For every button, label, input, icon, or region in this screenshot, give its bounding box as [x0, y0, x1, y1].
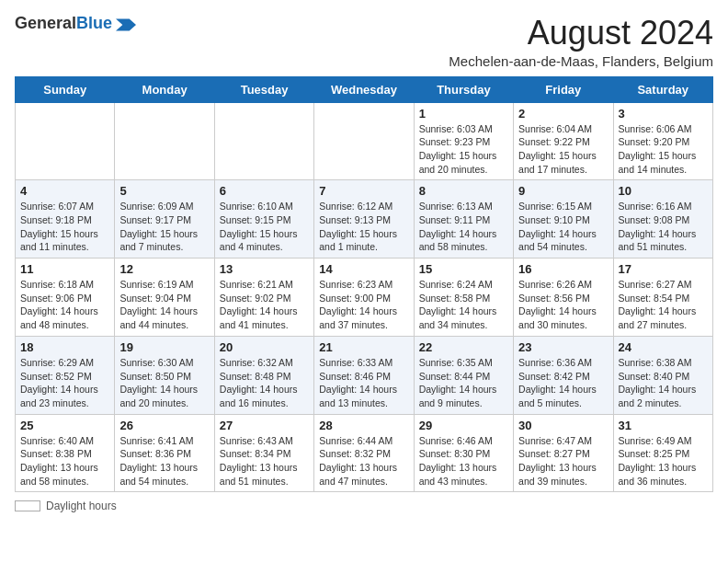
day-number: 4: [20, 184, 109, 198]
page-header: GeneralBlue August 2024 Mechelen-aan-de-…: [15, 15, 713, 69]
calendar-table: SundayMondayTuesdayWednesdayThursdayFrid…: [15, 76, 713, 493]
day-number: 16: [518, 262, 608, 276]
day-cell: 6Sunrise: 6:10 AMSunset: 9:15 PMDaylight…: [214, 180, 313, 259]
day-info: Sunrise: 6:38 AMSunset: 8:40 PMDaylight:…: [619, 356, 708, 410]
day-info: Sunrise: 6:10 AMSunset: 9:15 PMDaylight:…: [220, 200, 309, 254]
day-cell: 30Sunrise: 6:47 AMSunset: 8:27 PMDayligh…: [514, 414, 613, 492]
day-info: Sunrise: 6:16 AMSunset: 9:08 PMDaylight:…: [619, 200, 708, 254]
header-tuesday: Tuesday: [214, 76, 313, 102]
day-info: Sunrise: 6:09 AMSunset: 9:17 PMDaylight:…: [119, 200, 209, 254]
day-cell: 5Sunrise: 6:09 AMSunset: 9:17 PMDaylight…: [115, 180, 214, 259]
location-label: Mechelen-aan-de-Maas, Flanders, Belgium: [449, 53, 713, 69]
svg-marker-0: [116, 18, 136, 30]
day-number: 7: [319, 184, 408, 198]
day-number: 12: [119, 262, 209, 276]
daylight-swatch: [15, 500, 40, 511]
day-cell: [16, 102, 115, 180]
day-info: Sunrise: 6:06 AMSunset: 9:20 PMDaylight:…: [619, 122, 708, 177]
header-thursday: Thursday: [414, 76, 513, 102]
day-number: 14: [319, 262, 408, 276]
week-row-1: 1Sunrise: 6:03 AMSunset: 9:23 PMDaylight…: [16, 102, 713, 180]
day-number: 6: [220, 184, 309, 198]
week-row-4: 18Sunrise: 6:29 AMSunset: 8:52 PMDayligh…: [16, 336, 713, 414]
day-cell: [314, 102, 414, 180]
day-info: Sunrise: 6:21 AMSunset: 9:02 PMDaylight:…: [220, 278, 309, 332]
week-row-3: 11Sunrise: 6:18 AMSunset: 9:06 PMDayligh…: [16, 259, 713, 337]
day-cell: 21Sunrise: 6:33 AMSunset: 8:46 PMDayligh…: [314, 336, 414, 414]
day-info: Sunrise: 6:46 AMSunset: 8:30 PMDaylight:…: [419, 434, 508, 488]
header-row: SundayMondayTuesdayWednesdayThursdayFrid…: [16, 76, 713, 102]
day-number: 18: [20, 340, 109, 354]
day-number: 21: [319, 340, 408, 354]
day-number: 26: [119, 419, 209, 432]
day-cell: 12Sunrise: 6:19 AMSunset: 9:04 PMDayligh…: [115, 259, 214, 337]
day-cell: 3Sunrise: 6:06 AMSunset: 9:20 PMDaylight…: [613, 102, 712, 180]
calendar-title: August 2024 Mechelen-aan-de-Maas, Flande…: [449, 15, 713, 69]
footer: Daylight hours: [15, 500, 713, 512]
day-number: 1: [419, 107, 508, 121]
day-cell: 24Sunrise: 6:38 AMSunset: 8:40 PMDayligh…: [613, 336, 712, 414]
day-cell: 23Sunrise: 6:36 AMSunset: 8:42 PMDayligh…: [514, 336, 613, 414]
header-monday: Monday: [115, 76, 214, 102]
day-info: Sunrise: 6:04 AMSunset: 9:22 PMDaylight:…: [518, 122, 608, 177]
day-cell: 15Sunrise: 6:24 AMSunset: 8:58 PMDayligh…: [414, 259, 513, 337]
day-cell: 27Sunrise: 6:43 AMSunset: 8:34 PMDayligh…: [214, 414, 313, 492]
logo: GeneralBlue: [15, 15, 136, 33]
day-cell: 18Sunrise: 6:29 AMSunset: 8:52 PMDayligh…: [16, 336, 115, 414]
day-cell: 11Sunrise: 6:18 AMSunset: 9:06 PMDayligh…: [16, 259, 115, 337]
day-number: 11: [20, 262, 109, 276]
day-number: 15: [419, 262, 508, 276]
day-info: Sunrise: 6:03 AMSunset: 9:23 PMDaylight:…: [419, 122, 508, 177]
day-number: 31: [619, 419, 708, 432]
day-number: 5: [119, 184, 209, 198]
day-info: Sunrise: 6:12 AMSunset: 9:13 PMDaylight:…: [319, 200, 408, 254]
day-cell: 9Sunrise: 6:15 AMSunset: 9:10 PMDaylight…: [514, 180, 613, 259]
day-info: Sunrise: 6:23 AMSunset: 9:00 PMDaylight:…: [319, 278, 408, 332]
day-number: 10: [619, 184, 708, 198]
day-number: 27: [220, 419, 309, 432]
day-number: 9: [518, 184, 608, 198]
header-wednesday: Wednesday: [314, 76, 414, 102]
week-row-2: 4Sunrise: 6:07 AMSunset: 9:18 PMDaylight…: [16, 180, 713, 259]
day-number: 24: [619, 340, 708, 354]
day-info: Sunrise: 6:29 AMSunset: 8:52 PMDaylight:…: [20, 356, 109, 410]
day-cell: 31Sunrise: 6:49 AMSunset: 8:25 PMDayligh…: [613, 414, 712, 492]
day-info: Sunrise: 6:43 AMSunset: 8:34 PMDaylight:…: [220, 434, 309, 488]
day-cell: 20Sunrise: 6:32 AMSunset: 8:48 PMDayligh…: [214, 336, 313, 414]
day-cell: 28Sunrise: 6:44 AMSunset: 8:32 PMDayligh…: [314, 414, 414, 492]
day-number: 25: [20, 419, 109, 432]
calendar-header: SundayMondayTuesdayWednesdayThursdayFrid…: [16, 76, 713, 102]
day-info: Sunrise: 6:41 AMSunset: 8:36 PMDaylight:…: [119, 434, 209, 488]
day-cell: 1Sunrise: 6:03 AMSunset: 9:23 PMDaylight…: [414, 102, 513, 180]
day-info: Sunrise: 6:44 AMSunset: 8:32 PMDaylight:…: [319, 434, 408, 488]
day-info: Sunrise: 6:32 AMSunset: 8:48 PMDaylight:…: [220, 356, 309, 410]
day-number: 8: [419, 184, 508, 198]
day-number: 17: [619, 262, 708, 276]
day-number: 3: [619, 107, 708, 121]
calendar-body: 1Sunrise: 6:03 AMSunset: 9:23 PMDaylight…: [16, 102, 713, 492]
day-info: Sunrise: 6:15 AMSunset: 9:10 PMDaylight:…: [518, 200, 608, 254]
day-info: Sunrise: 6:13 AMSunset: 9:11 PMDaylight:…: [419, 200, 508, 254]
day-number: 19: [119, 340, 209, 354]
day-number: 30: [518, 419, 608, 432]
day-info: Sunrise: 6:30 AMSunset: 8:50 PMDaylight:…: [119, 356, 209, 410]
logo-text: GeneralBlue: [15, 15, 112, 33]
day-info: Sunrise: 6:49 AMSunset: 8:25 PMDaylight:…: [619, 434, 708, 488]
day-cell: 14Sunrise: 6:23 AMSunset: 9:00 PMDayligh…: [314, 259, 414, 337]
daylight-label: Daylight hours: [46, 500, 117, 512]
day-cell: 19Sunrise: 6:30 AMSunset: 8:50 PMDayligh…: [115, 336, 214, 414]
day-number: 2: [518, 107, 608, 121]
day-cell: 2Sunrise: 6:04 AMSunset: 9:22 PMDaylight…: [514, 102, 613, 180]
day-number: 28: [319, 419, 408, 432]
day-cell: 26Sunrise: 6:41 AMSunset: 8:36 PMDayligh…: [115, 414, 214, 492]
day-cell: 29Sunrise: 6:46 AMSunset: 8:30 PMDayligh…: [414, 414, 513, 492]
day-info: Sunrise: 6:33 AMSunset: 8:46 PMDaylight:…: [319, 356, 408, 410]
day-info: Sunrise: 6:24 AMSunset: 8:58 PMDaylight:…: [419, 278, 508, 332]
day-number: 23: [518, 340, 608, 354]
logo-arrow-icon: [116, 18, 136, 31]
day-cell: 25Sunrise: 6:40 AMSunset: 8:38 PMDayligh…: [16, 414, 115, 492]
day-info: Sunrise: 6:18 AMSunset: 9:06 PMDaylight:…: [20, 278, 109, 332]
day-number: 29: [419, 419, 508, 432]
header-saturday: Saturday: [613, 76, 712, 102]
day-cell: 10Sunrise: 6:16 AMSunset: 9:08 PMDayligh…: [613, 180, 712, 259]
